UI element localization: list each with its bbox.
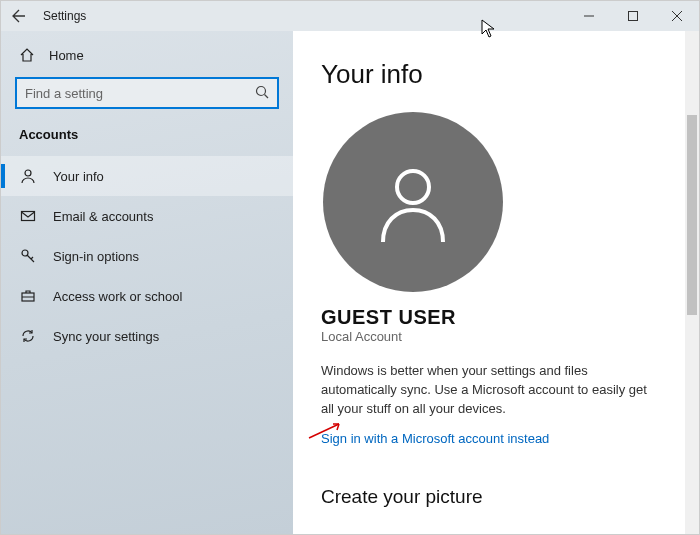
create-picture-heading: Create your picture: [321, 486, 663, 508]
page-title: Your info: [321, 59, 663, 90]
home-icon: [19, 47, 35, 63]
svg-point-8: [397, 171, 429, 203]
minimize-button[interactable]: [567, 1, 611, 31]
titlebar: Settings: [1, 1, 699, 31]
content-area: Your info GUEST USER Local Account Windo…: [293, 31, 685, 534]
sidebar-item-your-info[interactable]: Your info: [1, 156, 293, 196]
svg-point-4: [25, 170, 31, 176]
briefcase-icon: [19, 288, 37, 304]
sidebar-item-label: Sign-in options: [53, 249, 139, 264]
sidebar-home[interactable]: Home: [1, 41, 293, 73]
main-pane: Your info GUEST USER Local Account Windo…: [293, 31, 699, 534]
search-icon: [255, 85, 269, 99]
svg-rect-1: [629, 12, 638, 21]
sidebar-item-signin-options[interactable]: Sign-in options: [1, 236, 293, 276]
key-icon: [19, 248, 37, 264]
sidebar-item-label: Access work or school: [53, 289, 182, 304]
sidebar: Home Accounts Your info: [1, 31, 293, 534]
close-icon: [672, 11, 682, 21]
window-controls: [567, 1, 699, 31]
username: GUEST USER: [321, 306, 663, 329]
svg-line-3: [265, 95, 269, 99]
person-icon: [19, 168, 37, 184]
sidebar-item-email-accounts[interactable]: Email & accounts: [1, 196, 293, 236]
search-input[interactable]: [15, 77, 279, 109]
account-type: Local Account: [321, 329, 663, 344]
svg-point-2: [257, 87, 266, 96]
account-description: Windows is better when your settings and…: [321, 362, 651, 419]
sidebar-item-label: Email & accounts: [53, 209, 153, 224]
scrollbar[interactable]: [685, 31, 699, 534]
avatar: [323, 112, 503, 292]
settings-window: Settings Home: [0, 0, 700, 535]
arrow-left-icon: [11, 8, 27, 24]
maximize-button[interactable]: [611, 1, 655, 31]
sidebar-item-access-work-school[interactable]: Access work or school: [1, 276, 293, 316]
maximize-icon: [628, 11, 638, 21]
sidebar-item-label: Sync your settings: [53, 329, 159, 344]
sidebar-item-label: Your info: [53, 169, 104, 184]
sync-icon: [19, 328, 37, 344]
sidebar-nav: Your info Email & accounts Sign-in optio…: [1, 156, 293, 356]
back-button[interactable]: [1, 8, 37, 24]
minimize-icon: [584, 11, 594, 21]
sidebar-item-sync-settings[interactable]: Sync your settings: [1, 316, 293, 356]
sidebar-home-label: Home: [49, 48, 84, 63]
mail-icon: [19, 208, 37, 224]
signin-microsoft-link[interactable]: Sign in with a Microsoft account instead: [321, 431, 663, 446]
sidebar-section-heading: Accounts: [1, 127, 293, 156]
window-title: Settings: [37, 9, 86, 23]
avatar-placeholder-icon: [363, 152, 463, 252]
close-button[interactable]: [655, 1, 699, 31]
scrollbar-thumb[interactable]: [687, 115, 697, 315]
search-wrap: [15, 77, 279, 109]
